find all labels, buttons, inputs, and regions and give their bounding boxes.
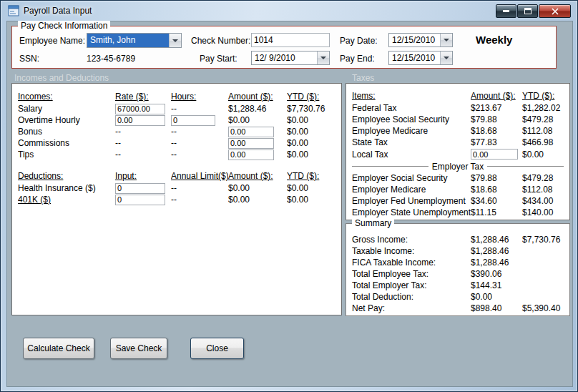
summary-row-taxable: Taxable Income: $1,288.46: [352, 245, 567, 257]
dropdown-arrow-icon: [444, 57, 449, 59]
tax-amount: $79.88: [471, 114, 522, 124]
income-rate: --: [115, 150, 171, 160]
summary-amount: $898.40: [471, 303, 522, 313]
employee-name-value: Smith, John: [87, 34, 169, 47]
income-ytd: $0.00: [287, 138, 335, 148]
summary-label: Gross Income:: [352, 235, 471, 245]
income-amount: $1,288.46: [228, 104, 287, 114]
deductions-header-row: Deductions: Input: Annual Limit($): Amou…: [18, 170, 338, 182]
tips-amount-input[interactable]: [228, 150, 274, 160]
salary-rate-input[interactable]: [115, 104, 165, 114]
tax-label: Employer Fed Unemployment: [352, 196, 471, 206]
summary-label: Net Pay:: [352, 303, 471, 313]
check-number-input[interactable]: [251, 33, 330, 47]
tax-ytd: $112.08: [522, 185, 565, 195]
tax-amount: $77.83: [471, 137, 522, 147]
summary-row-total-deduction: Total Deduction: $0.00: [352, 291, 567, 303]
bonus-amount-input[interactable]: [228, 127, 274, 137]
divider-line: [487, 166, 564, 167]
window-controls: [496, 4, 571, 18]
tax-ytd: $0.00: [522, 150, 565, 160]
income-amount: $0.00: [228, 115, 287, 125]
deductions-col-ytd: YTD ($):: [287, 171, 335, 181]
check-number-label: Check Number:: [191, 36, 250, 46]
deductions-col-name: Deductions:: [18, 171, 115, 181]
tax-ytd: $112.08: [522, 126, 565, 136]
spacer: [18, 160, 338, 170]
tax-label: Local Tax: [352, 150, 471, 160]
401k-link[interactable]: 401K ($): [18, 195, 115, 205]
deductions-col-input: Input:: [115, 171, 171, 181]
tax-label: Federal Tax: [352, 103, 471, 113]
pay-end-label: Pay End:: [340, 54, 375, 64]
commissions-amount-input[interactable]: [228, 138, 274, 149]
income-hours: --: [171, 138, 228, 148]
deduction-limit: --: [171, 183, 228, 193]
tax-ytd: $434.00: [522, 196, 565, 206]
local-tax-input[interactable]: [471, 149, 518, 160]
overtime-rate-input[interactable]: [115, 115, 165, 126]
401k-input[interactable]: [115, 195, 165, 205]
pay-start-picker[interactable]: 12/ 9/2010: [251, 51, 330, 65]
taxes-col-ytd: YTD ($):: [522, 91, 565, 101]
tax-row-employer-ss: Employer Social Security $79.88 $479.28: [352, 172, 567, 184]
close-button[interactable]: Close: [190, 338, 244, 359]
tax-row-employee-ss: Employee Social Security $79.88 $479.28: [352, 114, 567, 125]
tax-row-state: State Tax $77.83 $466.98: [352, 137, 567, 148]
summary-label: Total Employee Tax:: [352, 269, 471, 279]
section-taxes: Taxes: [352, 73, 374, 83]
pay-start-dropdown-button[interactable]: [317, 52, 329, 64]
tax-label: Employer State Unemployment: [352, 207, 471, 217]
pay-date-dropdown-button[interactable]: [440, 34, 452, 46]
pay-start-value: 12/ 9/2010: [252, 52, 317, 64]
pay-date-value: 12/15/2010: [389, 34, 440, 46]
pay-date-label: Pay Date:: [340, 36, 378, 46]
income-row-salary: Salary -- $1,288.46 $7,730.76: [18, 103, 338, 114]
summary-row-net-pay: Net Pay: $898.40 $5,390.40: [352, 303, 567, 314]
tax-amount: $18.68: [471, 185, 522, 195]
incomes-header-row: Incomes: Rate ($): Hours: Amount ($): YT…: [18, 90, 338, 103]
summary-ytd: $5,390.40: [522, 303, 565, 313]
pay-start-label: Pay Start:: [200, 54, 237, 64]
calculate-check-button[interactable]: Calculate Check: [23, 338, 94, 359]
tax-ytd: $479.28: [522, 173, 565, 183]
tax-label: Employer Medicare: [352, 185, 471, 195]
overtime-hours-input[interactable]: [171, 115, 215, 126]
income-hours: --: [171, 127, 228, 137]
titlebar[interactable]: Payroll Data Input: [1, 1, 577, 21]
pay-frequency-label: Weekly: [476, 34, 512, 46]
income-hours: --: [171, 150, 228, 160]
pay-end-dropdown-button[interactable]: [440, 52, 452, 64]
tax-ytd: $479.28: [522, 114, 565, 124]
income-ytd: $0.00: [287, 127, 335, 137]
incomes-col-ytd: YTD ($):: [287, 92, 335, 102]
dropdown-arrow-icon: [172, 39, 178, 42]
employee-name-dropdown-button[interactable]: [169, 34, 181, 47]
summary-label: Taxable Income:: [352, 246, 471, 256]
pay-date-picker[interactable]: 12/15/2010: [388, 33, 453, 47]
ssn-label: SSN:: [19, 54, 39, 64]
tax-row-federal: Federal Tax $213.67 $1,282.02: [352, 102, 567, 114]
taxes-col-items: Items:: [352, 91, 471, 101]
income-row-commissions: Commissions -- -- $0.00: [18, 137, 338, 149]
summary-amount: $0.00: [471, 292, 522, 302]
minimize-icon: [503, 10, 509, 12]
deduction-ytd: $0.00: [287, 183, 335, 193]
incomes-col-name: Incomes:: [18, 92, 115, 102]
income-hours: --: [171, 104, 228, 114]
income-row-overtime: Overtime Hourly $0.00 $0.00: [18, 114, 338, 126]
deduction-amount: $0.00: [228, 195, 287, 205]
paycheck-info-group: Pay Check Information Employee Name: Smi…: [11, 26, 557, 69]
maximize-button[interactable]: [517, 4, 538, 18]
health-insurance-input[interactable]: [115, 183, 165, 194]
dropdown-arrow-icon: [320, 57, 326, 59]
close-window-button[interactable]: [539, 4, 571, 18]
divider-line: [352, 166, 428, 167]
employee-name-combobox[interactable]: Smith, John: [87, 33, 182, 48]
minimize-button[interactable]: [496, 4, 516, 18]
pay-end-picker[interactable]: 12/15/2010: [388, 51, 453, 65]
save-check-button[interactable]: Save Check: [110, 338, 167, 359]
tax-amount: $79.88: [471, 173, 522, 183]
tax-ytd: $1,282.02: [522, 103, 565, 113]
deductions-col-limit: Annual Limit($):: [171, 171, 228, 181]
